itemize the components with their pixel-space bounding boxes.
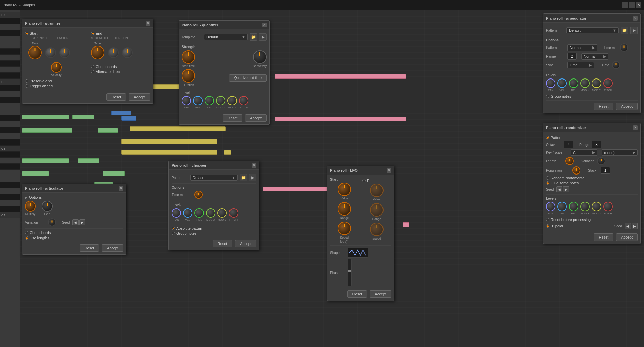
arp-pattern-dropdown[interactable]: Default ▼ [566,27,619,33]
q-rel-knob[interactable] [205,96,214,105]
note-yellow-2[interactable] [121,139,217,144]
lfo-end-range-knob[interactable] [370,203,384,217]
phase-slider-track[interactable] [348,259,352,286]
lfo-end-speed-knob[interactable] [370,223,384,236]
lfo-speed-knob[interactable] [338,222,351,235]
piano-key-c7[interactable]: C7 [0,12,20,18]
piano-key-ab6[interactable] [0,36,20,42]
arp-gate-knob[interactable] [612,61,620,69]
abs-pattern-radio[interactable] [172,227,175,230]
piano-key-b6[interactable] [0,18,20,24]
piano-key-ab4[interactable] [0,170,20,176]
piano-key-e6[interactable] [0,55,20,61]
start-time-q-knob[interactable] [182,50,195,64]
preserve-end-radio[interactable] [25,79,28,83]
end-radio[interactable] [91,32,94,35]
key-dropdown[interactable]: C ▶ [571,149,597,156]
piano-key-eb5[interactable] [0,127,20,133]
piano-key-ab5[interactable] [0,103,20,109]
note-5[interactable] [72,115,94,119]
reset-before-radio[interactable] [546,218,549,221]
q-vel-knob[interactable] [193,96,203,105]
lfo-end-radio[interactable] [362,179,366,182]
lfo-shape-display[interactable] [348,248,368,258]
quantize-end-time-btn[interactable]: Quantize end time [229,74,267,82]
piano-key-a5[interactable] [0,97,20,103]
piano-key-d5[interactable] [0,133,20,139]
arp-arrow-btn[interactable]: ▶ [630,27,638,34]
end-time-knob[interactable] [91,46,104,59]
arp-group-notes-radio[interactable] [546,95,549,98]
piano-key-eb4[interactable] [0,194,20,200]
strumizer-close[interactable]: ✕ [146,21,150,26]
note-6[interactable] [22,128,72,133]
stack-value[interactable]: 1 [601,167,610,174]
rand-mody-knob[interactable] [592,202,601,211]
arp-range-value[interactable]: 2 [567,53,577,60]
note-8[interactable] [22,158,69,163]
piano-key-bb4[interactable] [0,158,20,164]
minimize-button[interactable]: ─ [622,2,628,8]
note-blue-2[interactable] [121,116,136,121]
note-pink-1[interactable] [275,74,406,79]
template-dropdown[interactable]: Default ▼ [204,34,248,40]
group-notes-radio-ch[interactable] [172,232,175,235]
art-chop-radio[interactable] [25,231,28,234]
bipolar-radio[interactable] [546,224,549,228]
piano-key-d4[interactable] [0,200,20,206]
piano-key-g4[interactable] [0,176,20,182]
ch-mody-knob[interactable] [217,208,227,218]
piano-key-db4[interactable] [0,206,20,212]
piano-key-d6[interactable] [0,67,20,73]
phase-slider-thumb[interactable] [348,270,351,272]
piano-key-bb6[interactable] [0,24,20,30]
piano-key-c5[interactable]: C5 [0,146,20,152]
piano-key-a4[interactable] [0,164,20,170]
note-yellow-5[interactable] [224,150,231,155]
end-strength-knob[interactable] [108,47,119,58]
seed-next-rand[interactable]: ▶ [563,186,569,192]
q-pan-knob[interactable] [182,96,191,105]
variation-knob[interactable] [48,218,56,226]
q-mody-knob[interactable] [227,96,237,105]
quantizer-reset-btn[interactable]: Reset [223,114,243,122]
piano-key-db6[interactable] [0,73,20,79]
duration-knob[interactable] [182,69,195,83]
rand-modx-knob[interactable] [580,202,590,211]
arpeggiator-close[interactable]: ✕ [633,16,638,21]
note-yellow-3[interactable] [121,150,217,155]
arp-time-mul-knob[interactable] [620,43,628,52]
chopper-close[interactable]: ✕ [252,163,256,168]
rand-pan-knob[interactable] [546,202,555,211]
seed-prev-rand[interactable]: ◀ [556,186,562,192]
q-pitch-knob[interactable] [239,96,248,105]
ch-pitch-knob[interactable] [229,208,238,218]
ch-rel-knob[interactable] [194,208,204,218]
chopper-folder-btn[interactable]: 📁 [240,174,247,181]
note-11[interactable] [103,171,125,176]
strumizer-reset-btn[interactable]: Reset [106,93,126,101]
note-9[interactable] [78,158,99,163]
note-blue-1[interactable] [111,111,131,115]
start-tension-knob[interactable] [59,47,70,58]
sensitivity-knob[interactable] [253,50,267,64]
rand-rel-knob[interactable] [569,202,578,211]
note-10[interactable] [22,171,49,176]
lfo-accept-btn[interactable]: Accept [370,290,391,298]
piano-key-b4[interactable] [0,152,20,158]
rand-vel-knob[interactable] [557,202,567,211]
randomizer-accept-btn[interactable]: Accept [616,233,638,241]
ch-vel-knob[interactable] [183,208,192,218]
lfo-range-knob[interactable] [338,202,351,216]
arp-vel-knob[interactable] [557,78,567,88]
seed-prev-rand2[interactable]: ◀ [625,223,631,229]
start-time-knob[interactable] [28,46,42,59]
rand-pattern-radio[interactable] [546,136,549,139]
piano-key-b5[interactable] [0,85,20,91]
seed-next-btn-art[interactable]: ▶ [79,219,85,225]
start-radio[interactable] [25,32,28,35]
lfo-close[interactable]: ✕ [387,168,391,173]
velocity-knob[interactable] [51,62,62,73]
arp-pattern-type-dropdown[interactable]: Normal ▶ [567,44,597,51]
octave-value[interactable]: 4 [564,141,573,148]
